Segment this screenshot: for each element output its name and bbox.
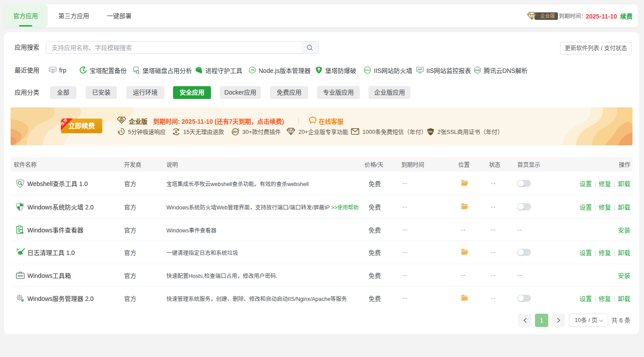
svg-text:DNS: DNS — [475, 69, 480, 72]
svg-text:WAF: WAF — [365, 69, 370, 72]
svg-text:FRP: FRP — [50, 68, 55, 71]
svg-text:SSL: SSL — [428, 130, 433, 133]
svg-text:30+: 30+ — [233, 130, 238, 133]
svg-text:企: 企 — [120, 118, 123, 122]
svg-text:JS: JS — [250, 68, 254, 72]
